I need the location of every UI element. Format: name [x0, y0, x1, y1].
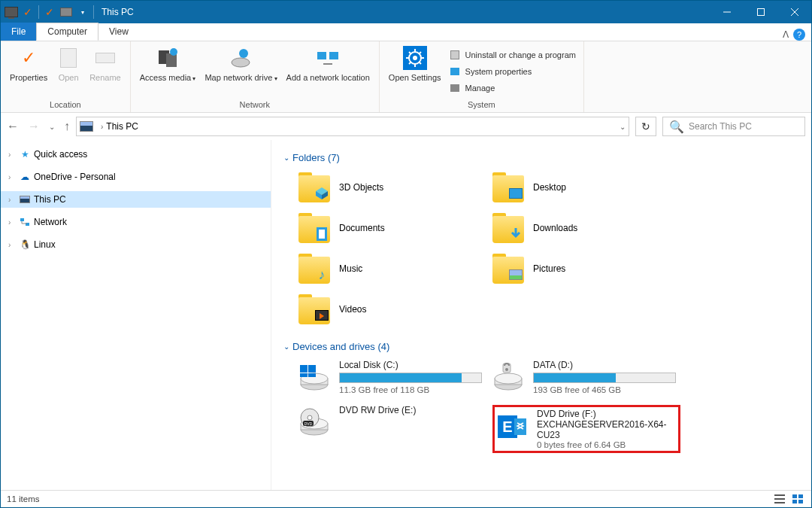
tab-view[interactable]: View	[98, 23, 139, 41]
statusbar: 11 items	[1, 490, 811, 507]
svg-point-5	[239, 49, 248, 58]
group-location-label: Location	[1, 99, 130, 112]
maximize-button[interactable]	[744, 1, 777, 23]
drive-name: Local Disk (C:)	[339, 360, 486, 370]
tree-quick-access[interactable]: › ★ Quick access	[1, 146, 271, 163]
folder-desktop[interactable]: Desktop	[492, 169, 680, 205]
svg-rect-19	[300, 365, 308, 373]
help-button[interactable]: ?	[793, 29, 805, 41]
qat-dropdown[interactable]: ▾	[75, 5, 90, 20]
network-icon	[19, 216, 31, 228]
access-media-button[interactable]: Access media ▾	[135, 44, 201, 84]
tree-label: This PC	[34, 194, 66, 205]
open-button[interactable]: Open	[52, 44, 85, 84]
folders-section-header[interactable]: ⌄ Folders (7)	[283, 152, 802, 163]
chevron-right-icon[interactable]: ›	[8, 173, 16, 181]
back-button[interactable]: ←	[7, 120, 19, 133]
minimize-button[interactable]	[710, 1, 744, 23]
collapse-ribbon-button[interactable]: ᐱ	[783, 29, 789, 40]
chevron-right-icon[interactable]: ›	[8, 151, 16, 159]
folder-icon	[492, 254, 524, 284]
rename-button[interactable]: Rename	[85, 44, 126, 84]
drive-dvd-f-exchange[interactable]: E DVD Drive (F:) EXCHANGESERVER2016-X64-…	[492, 405, 680, 453]
folder-pictures[interactable]: Pictures	[492, 251, 680, 287]
rename-label: Rename	[89, 73, 121, 83]
add-location-label: Add a network location	[286, 73, 370, 83]
properties-button[interactable]: ✓ Properties	[5, 44, 52, 84]
refresh-button[interactable]: ↻	[635, 117, 656, 136]
access-media-icon	[156, 46, 180, 70]
address-dropdown[interactable]: ⌄	[620, 123, 626, 131]
qat-separator	[38, 5, 39, 19]
uninstall-label: Uninstall or change a program	[465, 50, 576, 59]
view-details-button[interactable]	[772, 493, 787, 505]
chevron-right-icon[interactable]: ›	[8, 218, 16, 227]
tree-network[interactable]: › Network	[1, 214, 271, 230]
qat-drive-icon[interactable]	[59, 5, 74, 20]
folder-icon	[492, 172, 524, 202]
drive-dvd-rw-e[interactable]: DVD DVD RW Drive (E:)	[298, 405, 486, 453]
svg-point-10	[413, 56, 417, 60]
up-button[interactable]: ↑	[64, 120, 70, 133]
system-properties-button[interactable]: System properties	[446, 64, 579, 79]
drive-data-d[interactable]: DATA (D:) 193 GB free of 465 GB	[492, 360, 680, 396]
open-icon	[56, 46, 80, 70]
drive-icon	[298, 360, 330, 396]
item-count: 11 items	[7, 494, 39, 503]
exchange-icon: E	[496, 409, 528, 445]
rename-icon	[93, 46, 117, 70]
tab-file[interactable]: File	[1, 23, 36, 41]
svg-rect-22	[308, 373, 316, 377]
tree-label: OneDrive - Personal	[34, 172, 116, 182]
folder-label: Desktop	[533, 182, 566, 193]
svg-rect-42	[798, 494, 803, 498]
folder-label: Videos	[339, 304, 366, 315]
folders-grid: 3D Objects Desktop Documents Downloads ♪…	[283, 166, 802, 335]
chevron-down-icon: ⌄	[283, 342, 289, 351]
forward-button[interactable]: →	[28, 120, 40, 133]
folder-documents[interactable]: Documents	[298, 210, 486, 246]
breadcrumb-chevron-icon[interactable]: ›	[101, 123, 103, 131]
chevron-right-icon[interactable]: ›	[8, 241, 16, 249]
linux-icon: 🐧	[19, 239, 31, 251]
qat-pc-icon[interactable]	[4, 5, 19, 20]
svg-rect-21	[300, 373, 308, 377]
drive-free: 0 bytes free of 6.64 GB	[537, 440, 674, 449]
open-settings-button[interactable]: Open Settings	[384, 44, 446, 84]
open-settings-label: Open Settings	[389, 73, 441, 83]
svg-point-32	[308, 415, 312, 420]
chevron-right-icon[interactable]: ›	[8, 196, 16, 204]
drives-grid: Local Disk (C:) 11.3 GB free of 118 GB D…	[283, 355, 802, 461]
tree-this-pc[interactable]: › This PC	[1, 191, 271, 208]
folder-music[interactable]: ♪ Music	[298, 251, 486, 287]
add-location-button[interactable]: Add a network location	[282, 44, 374, 84]
map-drive-button[interactable]: Map network drive ▾	[200, 44, 281, 84]
search-box[interactable]: 🔍 Search This PC	[662, 117, 805, 136]
tree-linux[interactable]: › 🐧 Linux	[1, 236, 271, 253]
close-button[interactable]	[777, 1, 811, 23]
tree-onedrive[interactable]: › ☁ OneDrive - Personal	[1, 169, 271, 185]
drives-section-header[interactable]: ⌄ Devices and drives (4)	[283, 341, 802, 352]
recent-dropdown[interactable]: ⌄	[49, 123, 55, 131]
qat-properties-icon[interactable]: ✓	[20, 5, 35, 20]
address-bar[interactable]: › This PC ⌄	[76, 117, 629, 136]
drive-local-c[interactable]: Local Disk (C:) 11.3 GB free of 118 GB	[298, 360, 486, 396]
drive-name: DVD Drive (F:)	[537, 409, 674, 419]
folder-downloads[interactable]: Downloads	[492, 210, 680, 246]
drives-title: Devices and drives (4)	[292, 341, 389, 352]
tree-label: Linux	[34, 239, 56, 250]
group-network-label: Network	[131, 99, 379, 112]
folder-videos[interactable]: Videos	[298, 291, 486, 327]
uninstall-button[interactable]: Uninstall or change a program	[446, 47, 579, 62]
folder-icon: ♪	[298, 254, 330, 284]
tab-computer[interactable]: Computer	[36, 23, 98, 41]
manage-icon	[449, 82, 461, 94]
folder-3d-objects[interactable]: 3D Objects	[298, 169, 486, 205]
drive-subname: EXCHANGESERVER2016-X64-CU23	[537, 419, 674, 440]
view-large-button[interactable]	[790, 493, 805, 505]
breadcrumb-location[interactable]: This PC	[106, 121, 138, 132]
pc-icon	[19, 193, 31, 205]
qat-properties2-icon[interactable]: ✓	[42, 5, 57, 20]
uninstall-icon	[449, 49, 461, 61]
manage-button[interactable]: Manage	[446, 81, 579, 96]
